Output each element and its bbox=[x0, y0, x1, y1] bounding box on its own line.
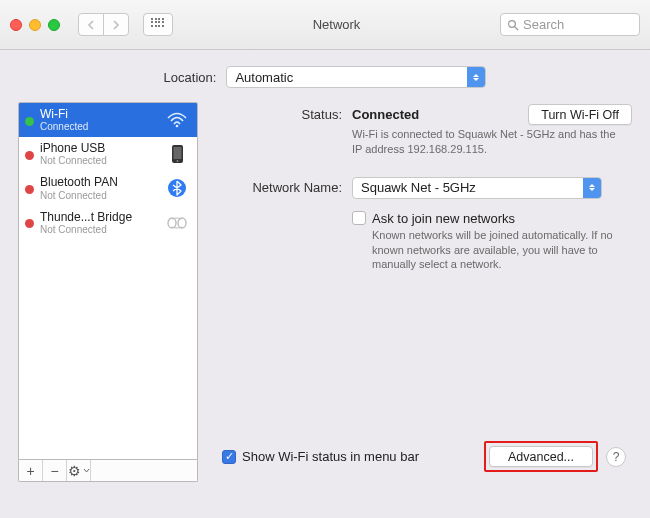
grid-icon bbox=[151, 18, 165, 32]
add-button[interactable]: + bbox=[19, 460, 43, 481]
window-controls bbox=[10, 19, 60, 31]
advanced-button[interactable]: Advanced... bbox=[489, 446, 593, 467]
checkbox-icon bbox=[352, 211, 366, 225]
svg-point-7 bbox=[168, 218, 176, 228]
status-dot bbox=[25, 151, 34, 160]
gear-icon: ⚙︎ bbox=[68, 463, 81, 479]
forward-button[interactable] bbox=[103, 13, 129, 36]
thunderbolt-icon bbox=[165, 214, 189, 232]
show-all-button[interactable] bbox=[143, 13, 173, 36]
nav-buttons bbox=[78, 13, 129, 36]
status-value: Connected bbox=[352, 107, 419, 122]
checkbox-checked-icon bbox=[222, 450, 236, 464]
location-row: Location: Automatic bbox=[0, 50, 650, 102]
sidebar-item-bluetooth[interactable]: Bluetooth PAN Not Connected bbox=[19, 171, 197, 205]
show-menubar-checkbox[interactable]: Show Wi-Fi status in menu bar bbox=[222, 449, 419, 464]
close-icon[interactable] bbox=[10, 19, 22, 31]
svg-point-8 bbox=[178, 218, 186, 228]
search-input[interactable]: Search bbox=[500, 13, 640, 36]
wifi-icon bbox=[165, 111, 189, 129]
chevrons-icon bbox=[467, 67, 485, 87]
ask-to-join-description: Known networks will be joined automatica… bbox=[212, 228, 632, 273]
network-status: Not Connected bbox=[40, 224, 159, 235]
chevrons-icon bbox=[583, 178, 601, 198]
search-icon bbox=[507, 19, 519, 31]
search-placeholder: Search bbox=[523, 17, 564, 32]
status-label: Status: bbox=[212, 107, 352, 122]
network-status: Connected bbox=[40, 121, 159, 132]
location-select[interactable]: Automatic bbox=[226, 66, 486, 88]
show-menubar-label: Show Wi-Fi status in menu bar bbox=[242, 449, 419, 464]
sidebar: Wi-Fi Connected iPhone USB Not Connected bbox=[18, 102, 198, 482]
turn-wifi-off-button[interactable]: Turn Wi-Fi Off bbox=[528, 104, 632, 125]
location-value: Automatic bbox=[235, 70, 293, 85]
list-footer: + − ⚙︎ bbox=[18, 460, 198, 482]
ask-to-join-checkbox[interactable]: Ask to join new networks bbox=[352, 211, 632, 226]
svg-point-5 bbox=[176, 160, 178, 162]
location-label: Location: bbox=[164, 70, 217, 85]
network-status: Not Connected bbox=[40, 190, 159, 201]
svg-point-0 bbox=[509, 20, 516, 27]
main-area: Wi-Fi Connected iPhone USB Not Connected bbox=[0, 102, 650, 482]
bluetooth-icon bbox=[165, 179, 189, 197]
phone-icon bbox=[165, 145, 189, 163]
network-name: Bluetooth PAN bbox=[40, 176, 159, 189]
svg-point-2 bbox=[176, 125, 179, 128]
network-name-select[interactable]: Squawk Net - 5GHz bbox=[352, 177, 602, 199]
status-description: Wi-Fi is connected to Squawk Net - 5GHz … bbox=[212, 127, 632, 157]
ask-to-join-label: Ask to join new networks bbox=[372, 211, 515, 226]
window-title: Network bbox=[181, 17, 492, 32]
help-button[interactable]: ? bbox=[606, 447, 626, 467]
titlebar: Network Search bbox=[0, 0, 650, 50]
advanced-highlight: Advanced... bbox=[484, 441, 598, 472]
back-button[interactable] bbox=[78, 13, 104, 36]
sidebar-item-wifi[interactable]: Wi-Fi Connected bbox=[19, 103, 197, 137]
network-status: Not Connected bbox=[40, 155, 159, 166]
status-dot bbox=[25, 117, 34, 126]
minimize-icon[interactable] bbox=[29, 19, 41, 31]
remove-button[interactable]: − bbox=[43, 460, 67, 481]
svg-line-1 bbox=[515, 27, 518, 30]
network-name: iPhone USB bbox=[40, 142, 159, 155]
network-name-label: Network Name: bbox=[212, 180, 352, 195]
network-name-value: Squawk Net - 5GHz bbox=[361, 180, 476, 195]
bottom-bar: Show Wi-Fi status in menu bar Advanced..… bbox=[212, 441, 632, 472]
sidebar-item-thunderbolt[interactable]: Thunde...t Bridge Not Connected bbox=[19, 206, 197, 240]
detail-pane: Status: Connected Turn Wi-Fi Off Wi-Fi i… bbox=[212, 102, 632, 482]
status-dot bbox=[25, 219, 34, 228]
action-menu-button[interactable]: ⚙︎ bbox=[67, 460, 91, 481]
svg-rect-4 bbox=[173, 147, 181, 159]
chevron-down-icon bbox=[83, 468, 90, 473]
content: Location: Automatic Wi-Fi Connected bbox=[0, 50, 650, 518]
zoom-icon[interactable] bbox=[48, 19, 60, 31]
sidebar-item-iphone[interactable]: iPhone USB Not Connected bbox=[19, 137, 197, 171]
status-dot bbox=[25, 185, 34, 194]
network-list[interactable]: Wi-Fi Connected iPhone USB Not Connected bbox=[18, 102, 198, 460]
network-name: Thunde...t Bridge bbox=[40, 211, 159, 224]
network-name: Wi-Fi bbox=[40, 108, 159, 121]
